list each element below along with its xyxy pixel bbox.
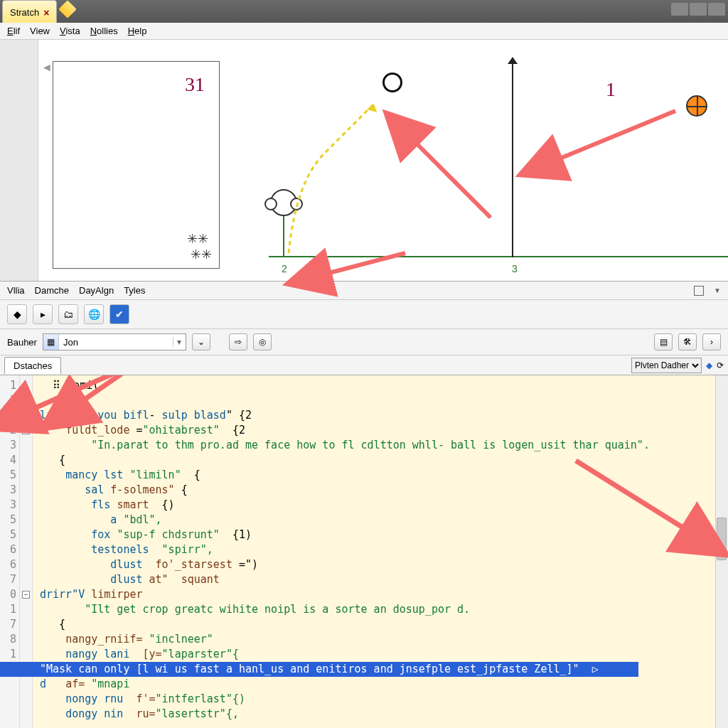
menu-vista[interactable]: Vista [60,26,80,36]
axis-tick-3: 3 [512,263,518,274]
window-controls [668,0,728,18]
target-button[interactable]: ◎ [253,333,272,350]
axis-arrow-icon [508,57,518,64]
scrollbar-thumb[interactable] [717,518,727,560]
axis-tick-2: 2 [282,263,287,274]
maximize-button[interactable] [690,3,707,16]
toolbutton-1[interactable]: ◆ [7,304,27,324]
pane-maximize-icon[interactable] [694,286,704,296]
stage-label-1: 1 [606,78,616,101]
panel-button[interactable]: ▤ [654,333,673,350]
minimize-button[interactable] [671,3,688,16]
tab-title: Stratch [10,7,39,18]
code-editor[interactable]: 1 2 3 2 3 4 5 3 3 5 5 6 6 7 0 1 7 8 1 5 … [0,375,728,728]
annotation-arrow [540,104,682,177]
fold-toggle-icon[interactable]: − [22,591,30,599]
menu-tyles[interactable]: Tyles [124,285,145,296]
ball-outline-sprite[interactable] [382,73,402,92]
stage-area: ◄ 31 ✳✳ ✳✳ 1 2 3 [0,40,728,282]
basketball-sprite[interactable] [686,95,707,117]
pane-menu-chevron-icon[interactable]: ▼ [714,287,721,294]
menu-damche[interactable]: Damche [35,285,69,296]
vertical-scrollbar[interactable] [715,375,728,728]
tab-group: Stratch × [0,0,74,23]
globe-icon[interactable]: 🌐 [84,304,104,324]
vertical-axis [512,61,513,257]
sparkle-decoration: ✳✳ ✳✳ [187,231,212,262]
back-arrow-icon[interactable]: ◄ [41,61,53,74]
annotation-arrow [398,132,498,227]
app-window: Stratch × Elif View Vista Nollies Help ◄… [0,0,728,728]
menu-help[interactable]: Help [128,26,147,36]
sync-icon[interactable]: ⟳ [717,360,724,370]
tools-button[interactable]: 🛠 [678,333,697,350]
editor-tabs-row: Dstaches Plvten Dadher ◆ ⟳ [0,355,728,375]
pin-icon[interactable]: ◆ [706,360,712,370]
stage-label-31: 31 [185,73,205,96]
code-content[interactable]: ⠿ Tomil lisistic you bifl- sulp blasd" {… [33,375,728,728]
check-icon[interactable]: ✔ [109,304,129,324]
menu-nolies[interactable]: Nollies [90,26,118,36]
new-tab-button[interactable] [59,0,77,18]
editor-mode-select[interactable]: Plvten Dadher [631,358,702,373]
stage-left-rail [0,40,38,281]
run-arrow-button[interactable]: ⇨ [229,333,247,350]
trajectory-curve [282,97,388,256]
main-menubar: Elif View Vista Nollies Help [0,23,728,40]
svg-line-2 [555,111,675,161]
menu-dayalgn[interactable]: DayAlgn [79,285,114,296]
selected-line: "Mask can only [l wi us fast a hanl_us a… [0,662,638,677]
next-button[interactable]: › [702,333,721,350]
bauher-combo[interactable]: ▦ ▾ [43,333,186,350]
tab-close-icon[interactable]: × [43,7,49,18]
mini-stage[interactable]: 31 ✳✳ ✳✳ [53,61,220,269]
bauher-input[interactable] [59,334,173,350]
fold-toggle-icon[interactable]: − [22,427,30,434]
combo-dropdown-icon[interactable]: ▾ [173,337,186,347]
menu-vilia[interactable]: Vllia [7,285,25,296]
menu-view[interactable]: View [30,26,50,36]
bauher-label: Bauher [7,337,37,348]
combo-icon: ▦ [43,334,59,350]
svg-line-1 [412,139,491,218]
ground-line [269,256,728,257]
combo-history-button[interactable]: ⌄ [192,333,210,350]
input-row: Bauher ▦ ▾ ⌄ ⇨ ◎ ▤ 🛠 › [0,329,728,355]
menu-edit[interactable]: Elif [7,26,20,36]
folder-icon[interactable]: 🗂 [58,304,78,324]
tab-dstaches[interactable]: Dstaches [4,357,61,374]
document-tab[interactable]: Stratch × [2,0,57,23]
toolbutton-2[interactable]: ▸ [33,304,53,324]
titlebar: Stratch × [0,0,728,23]
toolbar: ◆ ▸ 🗂 🌐 ✔ [0,300,728,329]
close-button[interactable] [708,3,725,16]
secondary-menubar: Vllia Damche DayAlgn Tyles ▼ [0,282,728,300]
